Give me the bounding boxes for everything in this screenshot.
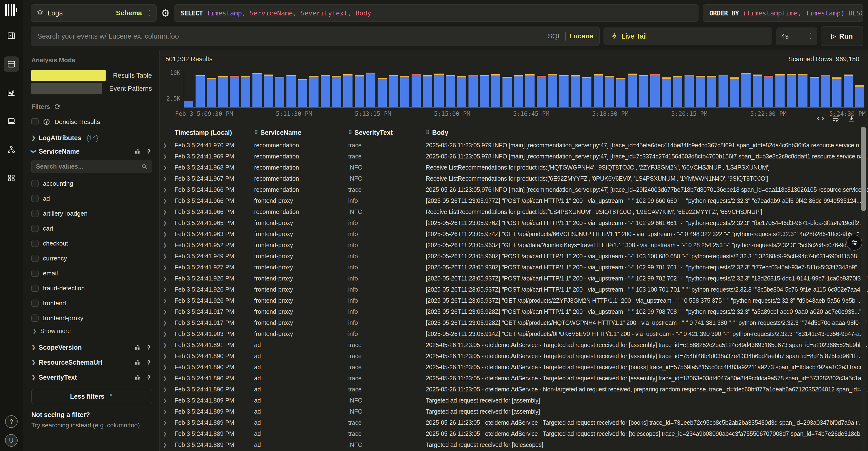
histogram-bar[interactable] bbox=[378, 78, 387, 107]
interval-chevrons-icon[interactable]: ⌃⌄ bbox=[809, 33, 812, 39]
histogram-bar[interactable] bbox=[502, 77, 512, 107]
pin-icon[interactable] bbox=[146, 374, 152, 381]
checkbox[interactable] bbox=[31, 240, 38, 247]
histogram-bar[interactable] bbox=[775, 74, 784, 107]
histogram-bar[interactable] bbox=[696, 76, 705, 107]
histogram-bar[interactable] bbox=[832, 78, 841, 107]
histogram-bar[interactable] bbox=[594, 74, 603, 107]
user-avatar[interactable]: U bbox=[5, 434, 18, 447]
pin-icon[interactable] bbox=[146, 148, 152, 155]
download-icon[interactable] bbox=[848, 115, 855, 122]
service-filter-email[interactable]: email bbox=[31, 268, 152, 279]
code-icon[interactable] bbox=[817, 115, 824, 122]
histogram-bar[interactable] bbox=[195, 75, 205, 107]
table-row[interactable]: ❯Feb 3 5:24:41.890 PMadtrace2025-05-26 1… bbox=[160, 351, 868, 362]
drag-handle-icon[interactable]: ⠿ bbox=[254, 129, 257, 136]
table-row[interactable]: ❯Feb 3 5:24:41.927 PMfrontend-proxyinfo[… bbox=[160, 262, 868, 273]
histogram-bar[interactable] bbox=[514, 75, 523, 107]
histogram-bar[interactable] bbox=[571, 75, 580, 107]
checkbox[interactable] bbox=[31, 225, 38, 232]
chart-explorer-icon[interactable] bbox=[4, 85, 19, 100]
histogram-bar[interactable] bbox=[582, 77, 591, 107]
section-resourceschemaurl[interactable]: ❯ResourceSchemaUrl bbox=[31, 356, 152, 369]
histogram-bar[interactable] bbox=[548, 74, 557, 107]
table-row[interactable]: ❯Feb 3 5:24:41.952 PMfrontend-proxyinfo[… bbox=[160, 239, 868, 250]
histogram-bar[interactable] bbox=[628, 73, 637, 107]
column-header-severitytext[interactable]: ⠿SeverityText bbox=[348, 129, 426, 137]
histogram-bar[interactable] bbox=[423, 75, 432, 107]
service-filter-cart[interactable]: cart bbox=[31, 223, 152, 234]
histogram-bar[interactable] bbox=[286, 75, 296, 107]
table-row[interactable]: ❯Feb 3 5:24:41.967 PMrecommendationINFOR… bbox=[160, 173, 868, 184]
histogram-bars[interactable] bbox=[184, 71, 864, 108]
table-row[interactable]: ❯Feb 3 5:24:41.890 PMadtrace2025-05-26 1… bbox=[160, 362, 868, 372]
table-row[interactable]: ❯Feb 3 5:24:41.966 PMrecommendationtrace… bbox=[160, 184, 868, 195]
table-row[interactable]: ❯Feb 3 5:24:41.890 PMadtrace2025-05-26 1… bbox=[160, 384, 868, 395]
histogram-icon[interactable] bbox=[134, 148, 141, 155]
histogram-bar[interactable] bbox=[491, 74, 500, 107]
histogram-icon[interactable] bbox=[134, 359, 141, 366]
service-filter-fraud-detection[interactable]: fraud-detection bbox=[31, 283, 152, 294]
terminal-panel-icon[interactable] bbox=[4, 28, 19, 43]
mode-event-patterns[interactable]: Event Patterns bbox=[31, 82, 152, 95]
histogram-bar[interactable] bbox=[673, 76, 682, 107]
refresh-icon[interactable] bbox=[54, 104, 60, 110]
histogram-bar[interactable] bbox=[821, 75, 830, 107]
histogram-bar[interactable] bbox=[218, 76, 227, 107]
service-filter-ad[interactable]: ad bbox=[31, 193, 152, 204]
table-row[interactable]: ❯Feb 3 5:24:41.889 PMadINFOTargeted ad r… bbox=[160, 439, 868, 450]
histogram-bar[interactable] bbox=[355, 75, 364, 107]
mode-results-table[interactable]: Results Table bbox=[31, 69, 152, 82]
service-filter-currency[interactable]: currency bbox=[31, 253, 152, 264]
checkbox[interactable] bbox=[31, 300, 38, 307]
histogram-bar[interactable] bbox=[457, 76, 466, 107]
pin-icon[interactable] bbox=[146, 359, 152, 366]
histogram-bar[interactable] bbox=[184, 101, 193, 107]
histogram-bar[interactable] bbox=[480, 75, 489, 107]
histogram-bar[interactable] bbox=[434, 73, 443, 107]
lucene-toggle[interactable]: Lucene bbox=[569, 32, 593, 40]
service-values-search[interactable]: Search values... bbox=[31, 160, 152, 173]
help-icon[interactable]: ? bbox=[5, 415, 18, 428]
histogram-bar[interactable] bbox=[684, 75, 694, 107]
checkbox[interactable] bbox=[31, 284, 38, 292]
table-row[interactable]: ❯Feb 3 5:24:41.966 PMrecommendationINFOR… bbox=[160, 206, 868, 217]
table-row[interactable]: ❯Feb 3 5:24:41.889 PMadtrace2025-05-26 1… bbox=[160, 428, 868, 439]
table-row[interactable]: ❯Feb 3 5:24:41.949 PMfrontend-proxyinfo[… bbox=[160, 250, 868, 262]
less-filters-button[interactable]: Less filters ⌃ bbox=[31, 389, 152, 404]
select-query-box[interactable]: SELECT Timestamp, ServiceName, SeverityT… bbox=[174, 4, 699, 22]
histogram-bar[interactable] bbox=[525, 74, 534, 107]
histogram-icon[interactable] bbox=[134, 344, 141, 351]
histogram-bar[interactable] bbox=[639, 75, 648, 107]
table-row[interactable]: ❯Feb 3 5:24:41.917 PMfrontend-proxyinfo[… bbox=[160, 306, 868, 317]
drag-handle-icon[interactable]: ⠿ bbox=[426, 129, 429, 136]
drag-handle-icon[interactable]: ⠿ bbox=[348, 129, 351, 136]
histogram-bar[interactable] bbox=[400, 76, 409, 107]
checkbox[interactable] bbox=[31, 180, 38, 187]
table-row[interactable]: ❯Feb 3 5:24:41.890 PMadtrace2025-05-26 1… bbox=[160, 372, 868, 384]
service-filter-accounting[interactable]: accounting bbox=[31, 178, 152, 189]
service-filter-artillery-loadgen[interactable]: artillery-loadgen bbox=[31, 208, 152, 219]
histogram-bar[interactable] bbox=[207, 78, 216, 107]
histogram-bar[interactable] bbox=[252, 73, 261, 107]
histogram-bar[interactable] bbox=[537, 76, 546, 107]
table-row[interactable]: ❯Feb 3 5:24:41.968 PMrecommendationINFOR… bbox=[160, 162, 868, 173]
section-servicename[interactable]: ❯ ServiceName bbox=[31, 145, 152, 158]
table-row[interactable]: ❯Feb 3 5:24:41.970 PMrecommendationtrace… bbox=[160, 140, 868, 151]
table-row[interactable]: ❯Feb 3 5:24:41.917 PMfrontend-proxyinfo[… bbox=[160, 317, 868, 328]
histogram-bar[interactable] bbox=[264, 74, 273, 107]
scrollbar-thumb[interactable] bbox=[861, 127, 866, 211]
histogram-bar[interactable] bbox=[605, 76, 614, 107]
histogram-bar[interactable] bbox=[230, 76, 239, 107]
service-filter-checkout[interactable]: checkout bbox=[31, 238, 152, 249]
live-tail-button[interactable]: Live Tail bbox=[603, 28, 772, 45]
schema-label[interactable]: Schema bbox=[116, 9, 142, 17]
histogram-icon[interactable] bbox=[134, 374, 141, 381]
section-scopeversion[interactable]: ❯ScopeVersion bbox=[31, 341, 152, 354]
denoise-checkbox[interactable] bbox=[31, 118, 38, 125]
table-row[interactable]: ❯Feb 3 5:24:41.963 PMfrontend-proxyinfo[… bbox=[160, 229, 868, 239]
service-filter-frontend[interactable]: frontend bbox=[31, 298, 152, 309]
interval-stepper[interactable]: 4s ⌃⌄ bbox=[776, 28, 817, 45]
histogram-bar[interactable] bbox=[810, 77, 819, 107]
service-filter-frontend-proxy[interactable]: frontend-proxy bbox=[31, 312, 152, 324]
